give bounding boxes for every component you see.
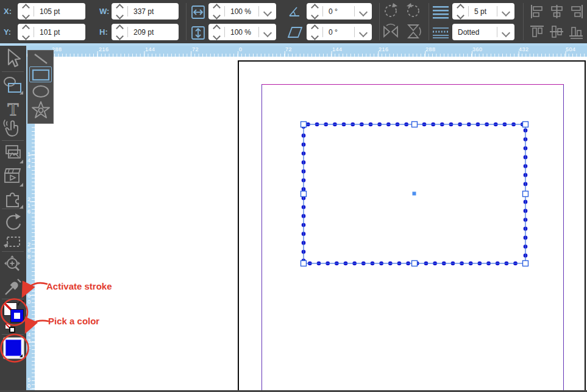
chevron-down-icon (502, 28, 510, 37)
current-color-swatch (5, 340, 21, 356)
flyout-item-star[interactable] (29, 100, 52, 121)
selection-handle[interactable] (301, 261, 307, 266)
dropdown-button[interactable] (259, 29, 276, 36)
spin-up-icon[interactable] (311, 24, 319, 32)
dropdown-button[interactable] (259, 8, 276, 15)
spin-up-icon[interactable] (213, 24, 221, 32)
image-tool-button[interactable] (2, 143, 24, 166)
ruler-label: 144 (332, 46, 343, 52)
selection-handle[interactable] (523, 191, 528, 197)
h-label: H: (99, 27, 108, 37)
height-value: 209 pt (128, 28, 179, 37)
spin-down-icon[interactable] (213, 32, 221, 40)
skew-icon (288, 26, 302, 39)
y-input[interactable]: 101 pt (18, 24, 85, 40)
dropdown-button[interactable] (355, 8, 372, 15)
ruler-label: 360 (27, 287, 30, 305)
rotate-ccw-button[interactable] (382, 2, 399, 18)
flyout-item-ellipse[interactable] (29, 83, 52, 100)
x-value: 105 pt (34, 7, 85, 16)
rotation-angle-icon (288, 5, 301, 18)
chevron-down-icon (263, 28, 272, 37)
scale-horizontal-icon (191, 5, 205, 20)
ruler-label: 72 (285, 46, 292, 52)
spin-down-icon[interactable] (311, 12, 319, 20)
ruler-label: 144 (27, 151, 30, 169)
ruler-label: 432 (27, 332, 30, 350)
select-tool-button[interactable] (2, 48, 24, 70)
spin-down-icon[interactable] (22, 12, 30, 20)
skew-input[interactable]: 0 ° (307, 24, 372, 40)
align-left-button[interactable] (530, 4, 545, 19)
spin-down-icon[interactable] (311, 32, 319, 40)
selection-handle[interactable] (523, 261, 528, 266)
height-input[interactable]: 209 pt (112, 24, 179, 40)
ruler-label: 0 (239, 46, 243, 52)
align-center-horizontal-button[interactable] (549, 4, 564, 19)
annotation-activate-stroke: Activate stroke (46, 281, 112, 291)
spin-up-icon[interactable] (22, 24, 30, 32)
stroke-swatch[interactable] (10, 309, 24, 323)
scale-vertical-input[interactable]: 100 % (208, 24, 276, 40)
scale-vertical-icon (191, 26, 205, 40)
selection-handle[interactable] (412, 261, 418, 266)
stroke-style-icon (432, 27, 449, 39)
selection-handle[interactable] (301, 122, 307, 127)
stroke-style-select[interactable]: Dotted (452, 24, 514, 40)
dropdown-button[interactable] (355, 29, 372, 36)
object-center-marker (413, 192, 416, 196)
align-bottom-button[interactable] (569, 24, 584, 39)
zoom-tool-button[interactable] (2, 254, 24, 277)
spin-up-icon[interactable] (457, 4, 464, 12)
flip-vertical-button[interactable] (405, 23, 422, 39)
width-input[interactable]: 337 pt (112, 3, 179, 20)
rotate-cw-button[interactable] (405, 2, 422, 18)
spin-up-icon[interactable] (311, 4, 319, 12)
selection-handle[interactable] (412, 122, 418, 127)
spin-down-icon[interactable] (22, 32, 30, 40)
rotation-input[interactable]: 0 ° (307, 3, 372, 20)
ruler-label: 360 (472, 46, 483, 52)
shapes-tool-button[interactable] (2, 74, 24, 97)
flyout-item-rectangle[interactable] (29, 66, 52, 84)
align-middle-vertical-button[interactable] (549, 24, 564, 39)
video-tool-button[interactable] (2, 166, 24, 189)
swap-colors-icon[interactable] (17, 300, 24, 307)
dropdown-button[interactable] (497, 29, 514, 36)
chevron-down-icon (263, 7, 272, 16)
spin-down-icon[interactable] (213, 12, 221, 20)
canvas-area[interactable] (35, 57, 587, 392)
align-right-button[interactable] (569, 4, 584, 19)
selection-handle[interactable] (301, 191, 307, 197)
scale-vertical-value: 100 % (225, 28, 258, 37)
ruler-label: 216 (99, 46, 109, 52)
spin-up-icon[interactable] (116, 24, 124, 32)
plugin-tool-button[interactable] (2, 188, 24, 211)
spin-up-icon[interactable] (22, 4, 30, 12)
rectangle-tool-icon (32, 69, 50, 81)
spin-down-icon[interactable] (116, 32, 124, 40)
spin-up-icon[interactable] (116, 4, 124, 12)
color-menu-indicator-icon (20, 354, 23, 357)
shape-flyout-menu (27, 50, 54, 124)
align-top-button[interactable] (530, 24, 545, 39)
x-input[interactable]: 105 pt (18, 3, 85, 20)
selection-handle[interactable] (523, 122, 528, 127)
annotation-pick-a-color: Pick a color (48, 316, 99, 326)
spin-up-icon[interactable] (213, 4, 221, 12)
scale-horizontal-input[interactable]: 100 % (208, 3, 276, 20)
spin-down-icon[interactable] (116, 12, 124, 20)
color-picker-button[interactable] (3, 337, 24, 359)
stroke-width-input[interactable]: 5 pt (452, 3, 514, 20)
transform-tool-button[interactable] (2, 230, 24, 252)
ruler-label: 216 (27, 196, 30, 215)
hand-tool-button[interactable] (2, 118, 24, 140)
rotation-value: 0 ° (323, 7, 354, 16)
default-colors-icon[interactable] (9, 327, 15, 333)
flip-horizontal-button[interactable] (382, 23, 399, 39)
spin-down-icon[interactable] (457, 12, 464, 20)
flyout-item-line[interactable] (29, 51, 52, 68)
dropdown-button[interactable] (497, 8, 514, 15)
ellipse-tool-icon (32, 85, 50, 98)
eyedropper-tool-button[interactable] (2, 276, 24, 298)
